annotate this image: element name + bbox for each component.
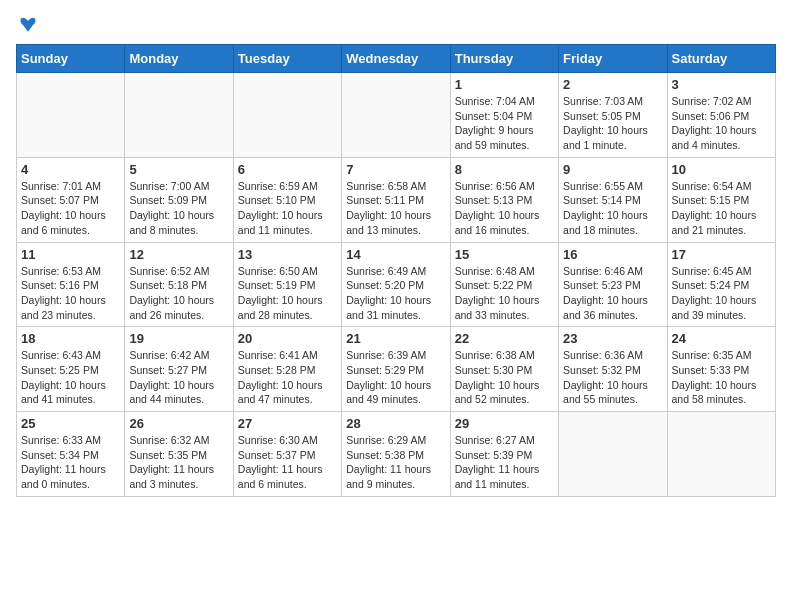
calendar-week-5: 25Sunrise: 6:33 AM Sunset: 5:34 PM Dayli… <box>17 412 776 497</box>
calendar-cell <box>342 73 450 158</box>
day-info: Sunrise: 6:48 AM Sunset: 5:22 PM Dayligh… <box>455 264 554 323</box>
calendar-cell: 24Sunrise: 6:35 AM Sunset: 5:33 PM Dayli… <box>667 327 775 412</box>
day-number: 3 <box>672 77 771 92</box>
day-number: 1 <box>455 77 554 92</box>
day-info: Sunrise: 6:38 AM Sunset: 5:30 PM Dayligh… <box>455 348 554 407</box>
calendar-cell: 4Sunrise: 7:01 AM Sunset: 5:07 PM Daylig… <box>17 157 125 242</box>
day-info: Sunrise: 6:39 AM Sunset: 5:29 PM Dayligh… <box>346 348 445 407</box>
calendar-cell <box>233 73 341 158</box>
calendar-cell <box>667 412 775 497</box>
day-info: Sunrise: 6:54 AM Sunset: 5:15 PM Dayligh… <box>672 179 771 238</box>
weekday-header-saturday: Saturday <box>667 45 775 73</box>
day-info: Sunrise: 7:03 AM Sunset: 5:05 PM Dayligh… <box>563 94 662 153</box>
day-number: 8 <box>455 162 554 177</box>
calendar-cell: 22Sunrise: 6:38 AM Sunset: 5:30 PM Dayli… <box>450 327 558 412</box>
calendar-cell: 23Sunrise: 6:36 AM Sunset: 5:32 PM Dayli… <box>559 327 667 412</box>
calendar-cell <box>17 73 125 158</box>
calendar-cell: 1Sunrise: 7:04 AM Sunset: 5:04 PM Daylig… <box>450 73 558 158</box>
day-info: Sunrise: 6:50 AM Sunset: 5:19 PM Dayligh… <box>238 264 337 323</box>
day-info: Sunrise: 6:43 AM Sunset: 5:25 PM Dayligh… <box>21 348 120 407</box>
calendar-cell: 11Sunrise: 6:53 AM Sunset: 5:16 PM Dayli… <box>17 242 125 327</box>
day-info: Sunrise: 6:58 AM Sunset: 5:11 PM Dayligh… <box>346 179 445 238</box>
day-number: 9 <box>563 162 662 177</box>
day-info: Sunrise: 6:55 AM Sunset: 5:14 PM Dayligh… <box>563 179 662 238</box>
day-number: 25 <box>21 416 120 431</box>
calendar-cell: 25Sunrise: 6:33 AM Sunset: 5:34 PM Dayli… <box>17 412 125 497</box>
day-number: 23 <box>563 331 662 346</box>
calendar-cell: 27Sunrise: 6:30 AM Sunset: 5:37 PM Dayli… <box>233 412 341 497</box>
calendar-cell: 8Sunrise: 6:56 AM Sunset: 5:13 PM Daylig… <box>450 157 558 242</box>
day-number: 10 <box>672 162 771 177</box>
calendar-cell: 16Sunrise: 6:46 AM Sunset: 5:23 PM Dayli… <box>559 242 667 327</box>
logo <box>16 16 38 34</box>
day-info: Sunrise: 6:30 AM Sunset: 5:37 PM Dayligh… <box>238 433 337 492</box>
calendar-cell: 15Sunrise: 6:48 AM Sunset: 5:22 PM Dayli… <box>450 242 558 327</box>
day-info: Sunrise: 6:36 AM Sunset: 5:32 PM Dayligh… <box>563 348 662 407</box>
calendar-cell: 7Sunrise: 6:58 AM Sunset: 5:11 PM Daylig… <box>342 157 450 242</box>
day-info: Sunrise: 6:46 AM Sunset: 5:23 PM Dayligh… <box>563 264 662 323</box>
day-number: 18 <box>21 331 120 346</box>
calendar-week-1: 1Sunrise: 7:04 AM Sunset: 5:04 PM Daylig… <box>17 73 776 158</box>
calendar-cell: 29Sunrise: 6:27 AM Sunset: 5:39 PM Dayli… <box>450 412 558 497</box>
day-info: Sunrise: 6:49 AM Sunset: 5:20 PM Dayligh… <box>346 264 445 323</box>
day-info: Sunrise: 6:27 AM Sunset: 5:39 PM Dayligh… <box>455 433 554 492</box>
day-info: Sunrise: 6:45 AM Sunset: 5:24 PM Dayligh… <box>672 264 771 323</box>
day-info: Sunrise: 7:00 AM Sunset: 5:09 PM Dayligh… <box>129 179 228 238</box>
calendar-cell: 5Sunrise: 7:00 AM Sunset: 5:09 PM Daylig… <box>125 157 233 242</box>
day-number: 13 <box>238 247 337 262</box>
calendar-week-3: 11Sunrise: 6:53 AM Sunset: 5:16 PM Dayli… <box>17 242 776 327</box>
day-info: Sunrise: 7:02 AM Sunset: 5:06 PM Dayligh… <box>672 94 771 153</box>
day-number: 17 <box>672 247 771 262</box>
day-number: 7 <box>346 162 445 177</box>
calendar-cell: 21Sunrise: 6:39 AM Sunset: 5:29 PM Dayli… <box>342 327 450 412</box>
calendar-cell: 26Sunrise: 6:32 AM Sunset: 5:35 PM Dayli… <box>125 412 233 497</box>
day-info: Sunrise: 6:52 AM Sunset: 5:18 PM Dayligh… <box>129 264 228 323</box>
calendar-cell: 12Sunrise: 6:52 AM Sunset: 5:18 PM Dayli… <box>125 242 233 327</box>
weekday-header-monday: Monday <box>125 45 233 73</box>
day-info: Sunrise: 6:53 AM Sunset: 5:16 PM Dayligh… <box>21 264 120 323</box>
calendar-cell <box>125 73 233 158</box>
day-number: 27 <box>238 416 337 431</box>
calendar-cell: 3Sunrise: 7:02 AM Sunset: 5:06 PM Daylig… <box>667 73 775 158</box>
calendar-week-4: 18Sunrise: 6:43 AM Sunset: 5:25 PM Dayli… <box>17 327 776 412</box>
day-number: 11 <box>21 247 120 262</box>
day-info: Sunrise: 7:01 AM Sunset: 5:07 PM Dayligh… <box>21 179 120 238</box>
weekday-header-friday: Friday <box>559 45 667 73</box>
weekday-header-row: SundayMondayTuesdayWednesdayThursdayFrid… <box>17 45 776 73</box>
day-number: 5 <box>129 162 228 177</box>
day-info: Sunrise: 6:56 AM Sunset: 5:13 PM Dayligh… <box>455 179 554 238</box>
day-info: Sunrise: 6:29 AM Sunset: 5:38 PM Dayligh… <box>346 433 445 492</box>
calendar-cell: 20Sunrise: 6:41 AM Sunset: 5:28 PM Dayli… <box>233 327 341 412</box>
day-number: 4 <box>21 162 120 177</box>
day-number: 19 <box>129 331 228 346</box>
weekday-header-sunday: Sunday <box>17 45 125 73</box>
day-info: Sunrise: 6:32 AM Sunset: 5:35 PM Dayligh… <box>129 433 228 492</box>
weekday-header-wednesday: Wednesday <box>342 45 450 73</box>
weekday-header-tuesday: Tuesday <box>233 45 341 73</box>
calendar-cell <box>559 412 667 497</box>
calendar-week-2: 4Sunrise: 7:01 AM Sunset: 5:07 PM Daylig… <box>17 157 776 242</box>
day-number: 28 <box>346 416 445 431</box>
day-number: 12 <box>129 247 228 262</box>
day-number: 14 <box>346 247 445 262</box>
day-number: 22 <box>455 331 554 346</box>
calendar-cell: 18Sunrise: 6:43 AM Sunset: 5:25 PM Dayli… <box>17 327 125 412</box>
calendar-cell: 17Sunrise: 6:45 AM Sunset: 5:24 PM Dayli… <box>667 242 775 327</box>
day-number: 15 <box>455 247 554 262</box>
day-number: 24 <box>672 331 771 346</box>
calendar-cell: 10Sunrise: 6:54 AM Sunset: 5:15 PM Dayli… <box>667 157 775 242</box>
day-info: Sunrise: 6:33 AM Sunset: 5:34 PM Dayligh… <box>21 433 120 492</box>
day-number: 16 <box>563 247 662 262</box>
calendar-cell: 2Sunrise: 7:03 AM Sunset: 5:05 PM Daylig… <box>559 73 667 158</box>
calendar-table: SundayMondayTuesdayWednesdayThursdayFrid… <box>16 44 776 497</box>
day-number: 2 <box>563 77 662 92</box>
day-number: 6 <box>238 162 337 177</box>
day-number: 20 <box>238 331 337 346</box>
calendar-cell: 19Sunrise: 6:42 AM Sunset: 5:27 PM Dayli… <box>125 327 233 412</box>
calendar-cell: 9Sunrise: 6:55 AM Sunset: 5:14 PM Daylig… <box>559 157 667 242</box>
logo-bird-icon <box>18 16 38 34</box>
calendar-cell: 28Sunrise: 6:29 AM Sunset: 5:38 PM Dayli… <box>342 412 450 497</box>
day-number: 29 <box>455 416 554 431</box>
day-info: Sunrise: 7:04 AM Sunset: 5:04 PM Dayligh… <box>455 94 554 153</box>
day-info: Sunrise: 6:35 AM Sunset: 5:33 PM Dayligh… <box>672 348 771 407</box>
